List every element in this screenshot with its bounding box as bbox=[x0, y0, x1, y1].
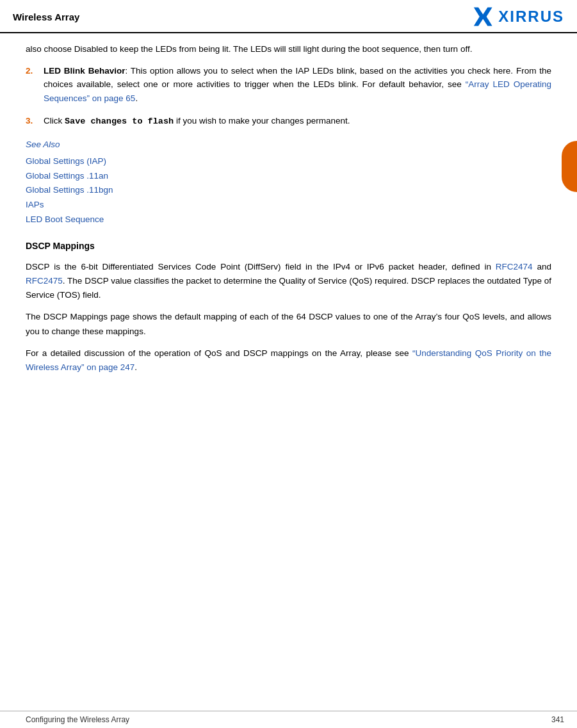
see-also-link-4[interactable]: IAPs bbox=[26, 198, 551, 213]
numbered-item-3: 3. Click Save changes to flash if you wi… bbox=[26, 114, 551, 129]
see-also-title: See Also bbox=[26, 138, 551, 152]
item-2-separator: : bbox=[125, 66, 130, 76]
dscp-para3-end: . bbox=[134, 362, 137, 372]
intro-paragraph: also choose Disabled to keep the LEDs fr… bbox=[26, 42, 551, 56]
see-also-link-1[interactable]: Global Settings (IAP) bbox=[26, 154, 551, 169]
header: Wireless Array XIRRUS bbox=[0, 0, 577, 33]
footer-left: Configuring the Wireless Array bbox=[26, 715, 129, 724]
dscp-rfc2475-link[interactable]: RFC2475 bbox=[26, 276, 63, 286]
item-3-content: Click Save changes to flash if you wish … bbox=[44, 114, 551, 129]
item-3-post: if you wish to make your changes permane… bbox=[174, 116, 350, 125]
dscp-title: DSCP Mappings bbox=[26, 239, 551, 253]
page-container: Wireless Array XIRRUS also choose Disabl… bbox=[0, 0, 577, 728]
item-2-content: LED Blink Behavior: This option allows y… bbox=[44, 64, 551, 106]
item-2-label: LED Blink Behavior bbox=[44, 66, 125, 76]
see-also-link-5[interactable]: LED Boot Sequence bbox=[26, 213, 551, 227]
item-2-number: 2. bbox=[26, 64, 44, 78]
side-tab bbox=[562, 141, 577, 192]
item-2-end: . bbox=[135, 93, 138, 103]
item-3-pre: Click bbox=[44, 116, 65, 125]
dscp-para-1: DSCP is the 6-bit Differentiated Service… bbox=[26, 260, 551, 303]
header-title: Wireless Array bbox=[13, 12, 79, 22]
svg-marker-0 bbox=[474, 8, 492, 26]
see-also-section: See Also Global Settings (IAP) Global Se… bbox=[26, 138, 551, 227]
footer: Configuring the Wireless Array 341 bbox=[0, 711, 577, 728]
dscp-para3-text: For a detailed discussion of the operati… bbox=[26, 348, 412, 358]
main-content: also choose Disabled to keep the LEDs fr… bbox=[0, 33, 577, 711]
dscp-para1-end: . The DSCP value classifies the packet t… bbox=[26, 276, 551, 300]
dscp-para1-text: DSCP is the 6-bit Differentiated Service… bbox=[26, 262, 496, 271]
numbered-item-2: 2. LED Blink Behavior: This option allow… bbox=[26, 64, 551, 106]
footer-right: 341 bbox=[551, 715, 564, 724]
logo-area: XIRRUS bbox=[473, 5, 564, 28]
dscp-para1-mid: and bbox=[533, 262, 551, 271]
see-also-link-2[interactable]: Global Settings .11an bbox=[26, 169, 551, 184]
logo-text: XIRRUS bbox=[498, 8, 564, 26]
see-also-link-3[interactable]: Global Settings .11bgn bbox=[26, 183, 551, 198]
item-3-number: 3. bbox=[26, 114, 44, 128]
dscp-section: DSCP Mappings DSCP is the 6-bit Differen… bbox=[26, 239, 551, 375]
item-3-bold: Save changes to flash bbox=[65, 117, 174, 126]
dscp-para-2: The DSCP Mappings page shows the default… bbox=[26, 310, 551, 339]
logo-icon bbox=[473, 5, 496, 28]
dscp-rfc2474-link[interactable]: RFC2474 bbox=[496, 262, 533, 271]
dscp-para-3: For a detailed discussion of the operati… bbox=[26, 346, 551, 375]
